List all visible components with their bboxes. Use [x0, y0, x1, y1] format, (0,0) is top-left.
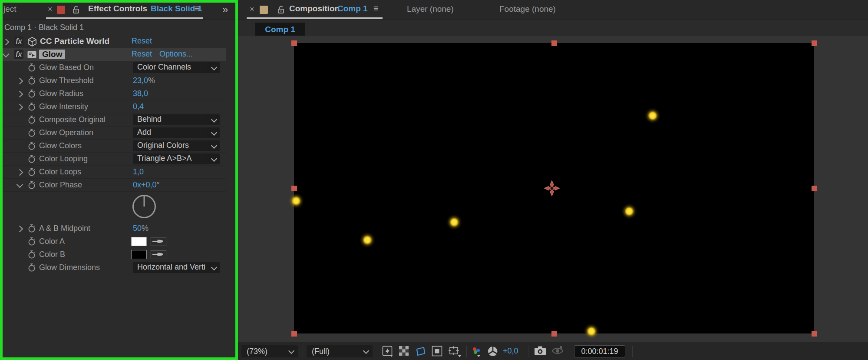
property-row: Glow DimensionsHorizontal and Verti	[0, 261, 226, 274]
chevron-down-icon	[211, 130, 217, 136]
composition-viewer[interactable]	[238, 36, 868, 342]
expand-chevron-icon[interactable]	[17, 78, 23, 85]
tab-overflow-icon[interactable]: »	[222, 3, 228, 16]
property-dropdown[interactable]: Color Channels	[133, 62, 220, 73]
angle-dial[interactable]	[131, 193, 158, 222]
dropdown-value: Behind	[137, 115, 162, 124]
magnification-value: (73%)	[247, 347, 267, 356]
project-tab-partial[interactable]: ject	[3, 4, 17, 14]
expand-chevron-icon[interactable]	[17, 169, 23, 176]
particle-dot	[288, 193, 304, 209]
unlock-icon[interactable]	[72, 5, 80, 16]
transparency-grid-icon[interactable]	[399, 346, 409, 358]
tab-footage[interactable]: Footage (none)	[499, 4, 556, 14]
chevron-down-icon	[211, 264, 217, 270]
tab-effect-controls[interactable]: Effect Controls	[88, 4, 147, 13]
color-phase-dial-row	[0, 192, 226, 222]
property-label: Glow Intensity	[39, 102, 88, 111]
show-snapshot-icon[interactable]	[551, 346, 564, 358]
resolution-dropdown[interactable]: (Full)	[307, 345, 373, 357]
layer-anchor-point[interactable]	[543, 179, 561, 197]
property-value[interactable]: 23,0%	[133, 76, 155, 85]
exposure-value[interactable]: +0,0	[503, 347, 518, 356]
property-dropdown[interactable]: Add	[133, 127, 220, 138]
property-value[interactable]: 0x+0,0°	[133, 180, 160, 190]
effect-name[interactable]: CC Particle World	[40, 37, 109, 46]
expand-chevron-icon[interactable]	[3, 39, 10, 46]
selection-handle[interactable]	[551, 331, 557, 337]
property-row: Color Phase0x+0,0°	[0, 179, 226, 192]
expand-chevron-icon[interactable]	[17, 91, 23, 98]
property-dropdown[interactable]: Horizontal and Verti	[133, 262, 220, 273]
selection-handle[interactable]	[812, 40, 817, 46]
selection-handle[interactable]	[812, 331, 817, 337]
effect-name[interactable]: Glow	[39, 50, 65, 59]
fx-badge: fx	[14, 37, 23, 46]
selection-handle[interactable]	[812, 186, 817, 191]
panel-menu-icon[interactable]: ≡	[195, 3, 200, 13]
tab-composition[interactable]: Composition	[289, 4, 340, 13]
property-row: Composite OriginalBehind	[0, 113, 226, 127]
property-unit: %	[142, 224, 149, 233]
close-icon[interactable]: ×	[48, 5, 53, 14]
expand-chevron-icon[interactable]	[3, 51, 10, 58]
timecode-display[interactable]: 0:00:01:19	[574, 345, 625, 357]
chevron-down-icon	[211, 117, 217, 123]
expand-chevron-icon[interactable]	[17, 104, 23, 111]
selection-handle[interactable]	[291, 331, 297, 337]
eyedropper-icon[interactable]	[151, 237, 166, 246]
stopwatch-icon	[27, 167, 36, 178]
property-value[interactable]: 38,0	[133, 89, 148, 98]
tab-layer[interactable]: Layer (none)	[407, 4, 454, 14]
options-link[interactable]: Options...	[159, 50, 193, 59]
expand-chevron-icon[interactable]	[17, 181, 23, 188]
fast-previews-icon[interactable]	[382, 346, 394, 359]
snapshot-camera-icon[interactable]	[534, 346, 546, 358]
property-label: Color B	[39, 250, 65, 259]
unlock-icon[interactable]	[277, 5, 285, 16]
property-value[interactable]: 50%	[133, 224, 149, 233]
property-dropdown[interactable]: Behind	[133, 114, 220, 125]
property-row: Color B	[0, 248, 226, 261]
exposure-icon[interactable]	[487, 346, 498, 359]
effect-row[interactable]: fxCC Particle WorldReset	[0, 35, 226, 48]
expand-chevron-icon[interactable]	[17, 226, 23, 233]
effect-row[interactable]: fxGlowResetOptions...	[0, 48, 226, 61]
reset-link[interactable]: Reset	[132, 50, 152, 59]
color-swatch[interactable]	[131, 250, 147, 259]
active-tab-underline	[46, 17, 203, 19]
dropdown-value: Horizontal and Verti	[137, 263, 205, 272]
region-of-interest-icon[interactable]	[415, 346, 426, 359]
property-label: A & B Midpoint	[39, 224, 90, 233]
property-row: Color LoopingTriangle A>B>A	[0, 153, 226, 166]
property-label: Glow Radius	[39, 89, 83, 98]
selection-handle[interactable]	[551, 40, 557, 46]
eyedropper-icon[interactable]	[151, 250, 166, 259]
chevron-down-icon	[288, 348, 294, 354]
reset-link[interactable]: Reset	[132, 37, 152, 46]
fx-badge: fx	[14, 50, 23, 59]
magnification-dropdown[interactable]: (73%)	[241, 345, 298, 357]
stopwatch-icon	[27, 250, 36, 261]
composition-name[interactable]: Comp 1	[337, 4, 368, 13]
property-row: Color A	[0, 235, 226, 248]
property-value[interactable]: 1,0	[133, 167, 144, 177]
selection-handle[interactable]	[291, 40, 297, 46]
show-channel-icon[interactable]	[471, 346, 483, 360]
stopwatch-icon	[27, 237, 36, 248]
property-dropdown[interactable]: Original Colors	[133, 140, 220, 151]
selection-handle[interactable]	[291, 186, 297, 191]
stopwatch-icon	[27, 263, 36, 274]
property-label: Glow Based On	[39, 63, 94, 72]
mask-visibility-icon[interactable]	[432, 346, 442, 358]
resolution-value: (Full)	[312, 347, 330, 356]
grid-guides-icon[interactable]	[448, 346, 462, 359]
panel-menu-icon[interactable]: ≡	[373, 3, 379, 13]
property-dropdown[interactable]: Triangle A>B>A	[133, 153, 220, 164]
stopwatch-icon	[27, 89, 36, 100]
viewer-tab-comp1[interactable]: Comp 1	[255, 23, 305, 36]
property-value[interactable]: 0,4	[133, 102, 144, 111]
effect-links: ResetOptions...	[132, 50, 193, 59]
color-swatch[interactable]	[131, 237, 147, 246]
close-icon[interactable]: ×	[250, 5, 254, 14]
